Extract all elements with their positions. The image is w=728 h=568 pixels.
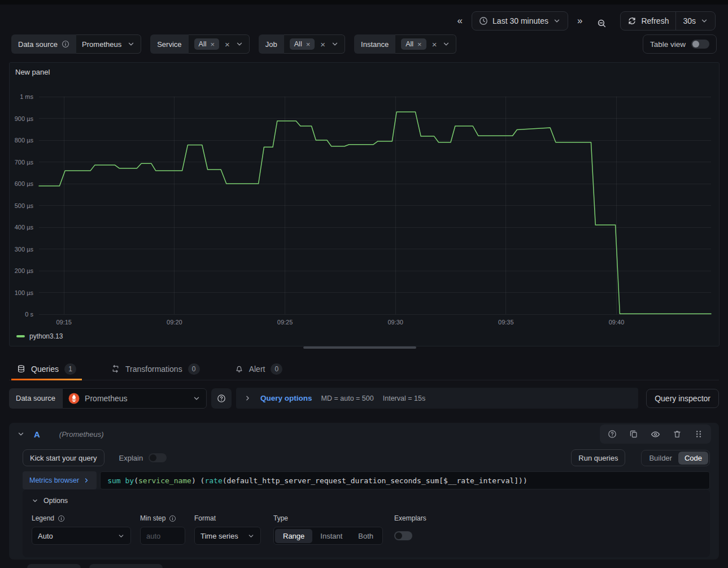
panel-preview: New panel 0 s100 µs200 µs300 µs400 µs500…: [9, 62, 720, 346]
svg-text:400 µs: 400 µs: [15, 224, 34, 231]
help-icon[interactable]: [608, 430, 617, 439]
explain-toggle[interactable]: [149, 453, 167, 462]
chevron-down-icon: [117, 532, 125, 540]
tab-count-badge: 0: [271, 363, 282, 375]
options-collapse-header[interactable]: Options: [32, 497, 701, 505]
promql-expression-input[interactable]: sum by(service_name) (rate(default_http_…: [100, 471, 710, 489]
promql-paren: ) (: [191, 476, 204, 485]
tab-count-badge: 0: [188, 363, 200, 375]
tab-label: Queries: [31, 365, 59, 374]
table-view-toggle[interactable]: [691, 40, 709, 49]
type-option-both[interactable]: Both: [350, 529, 381, 543]
promql-metric: (default_http_server_request_duration_se…: [223, 476, 528, 485]
tab-alert[interactable]: Alert 0: [229, 358, 289, 380]
filter-chip[interactable]: All×: [194, 38, 220, 50]
service-filter-value[interactable]: All× ×: [189, 34, 250, 54]
legend-select[interactable]: Auto: [32, 527, 131, 545]
promql-editor-row: Metrics browser sum by(service_name) (ra…: [23, 471, 710, 489]
max-data-points-summary: MD = auto = 500: [321, 394, 374, 402]
query-ref-id[interactable]: A: [34, 430, 40, 439]
chevron-down-icon: [700, 17, 708, 25]
service-filter: Service All× ×: [150, 34, 250, 54]
remove-value-icon[interactable]: ×: [417, 41, 422, 48]
query-options-section: Options Legend Auto Min step: [23, 489, 710, 557]
type-option-instant[interactable]: Instant: [312, 529, 350, 543]
job-filter-value[interactable]: All× ×: [284, 34, 345, 54]
options-fields: Legend Auto Min step Form: [32, 514, 701, 545]
svg-text:09:20: 09:20: [167, 319, 182, 326]
query-toolbar: Kick start your query Explain Run querie…: [23, 449, 710, 467]
refresh-button[interactable]: Refresh: [621, 12, 675, 30]
format-select[interactable]: Time series: [194, 527, 261, 545]
svg-text:600 µs: 600 µs: [15, 180, 34, 187]
datasource-variable-value[interactable]: Prometheus: [76, 34, 141, 54]
eye-icon[interactable]: [651, 430, 660, 439]
min-step-field: Min step: [140, 514, 185, 545]
builder-mode-option[interactable]: Builder: [643, 452, 678, 465]
chevron-down-icon[interactable]: [17, 430, 25, 438]
explain-label: Explain: [119, 454, 143, 462]
time-controls: « Last 30 minutes » Refresh 30s: [452, 11, 716, 31]
datasource-variable-label: Data source: [11, 34, 76, 54]
chevron-down-icon: [442, 40, 450, 48]
type-option-range[interactable]: Range: [275, 529, 312, 543]
tab-label: Alert: [249, 365, 265, 374]
duplicate-icon[interactable]: [629, 430, 638, 439]
datasource-select-value: Prometheus: [85, 394, 188, 403]
exemplars-toggle[interactable]: [394, 531, 412, 540]
datasource-select[interactable]: Prometheus: [62, 388, 207, 409]
instance-filter-value[interactable]: All× ×: [395, 34, 456, 54]
remove-value-icon[interactable]: ×: [210, 41, 215, 48]
refresh-interval-value: 30s: [683, 16, 696, 25]
zoom-out-time-button[interactable]: [591, 14, 612, 28]
legend-field-label: Legend: [32, 514, 131, 522]
query-inspector-button[interactable]: Query inspector: [646, 389, 719, 408]
format-select-value: Time series: [200, 532, 238, 540]
info-icon: [169, 515, 176, 522]
run-queries-button[interactable]: Run queries: [571, 449, 625, 466]
kick-start-query-button[interactable]: Kick start your query: [23, 449, 104, 466]
time-shift-back-button[interactable]: «: [452, 11, 468, 31]
clear-all-icon[interactable]: ×: [225, 40, 230, 49]
remove-value-icon[interactable]: ×: [306, 41, 311, 48]
type-field-label: Type: [273, 514, 383, 522]
drag-handle-icon[interactable]: [694, 430, 703, 439]
instance-filter-label: Instance: [354, 34, 395, 54]
clear-all-icon[interactable]: ×: [432, 40, 437, 49]
clear-all-icon[interactable]: ×: [320, 40, 325, 49]
chevron-down-icon: [331, 40, 339, 48]
legend-select-value: Auto: [38, 532, 53, 540]
legend-field: Legend Auto: [32, 514, 131, 545]
question-circle-icon: [217, 394, 226, 403]
datasource-help-button[interactable]: [211, 388, 232, 409]
query-row-header[interactable]: A (Prometheus): [9, 423, 719, 445]
tab-queries[interactable]: Queries 1: [11, 358, 82, 380]
add-expression-button[interactable]: [89, 564, 163, 568]
promql-function: rate: [204, 476, 222, 485]
grafana-panel-editor: « Last 30 minutes » Refresh 30s: [0, 0, 728, 568]
timeseries-chart[interactable]: 0 s100 µs200 µs300 µs400 µs500 µs600 µs7…: [10, 63, 716, 328]
table-view-label: Table view: [650, 40, 686, 49]
svg-text:500 µs: 500 µs: [15, 202, 34, 209]
code-mode-option[interactable]: Code: [678, 452, 708, 465]
tab-transformations[interactable]: Transformations 0: [106, 358, 206, 380]
double-chevron-right-icon: »: [577, 15, 582, 26]
metrics-browser-button[interactable]: Metrics browser: [23, 471, 97, 489]
svg-text:09:15: 09:15: [56, 319, 72, 326]
database-icon: [17, 365, 25, 373]
pane-splitter-handle[interactable]: [303, 346, 416, 349]
add-query-button[interactable]: [27, 564, 81, 568]
query-options-collapsible[interactable]: Query options MD = auto = 500 Interval =…: [236, 388, 638, 409]
svg-text:09:40: 09:40: [609, 319, 625, 326]
query-toolbar-right: Run queries Builder Code: [571, 449, 710, 466]
format-field: Format Time series: [194, 514, 261, 545]
time-range-button[interactable]: Last 30 minutes: [472, 12, 568, 30]
filter-chip[interactable]: All×: [290, 38, 315, 50]
trash-icon[interactable]: [673, 430, 682, 439]
filter-chip[interactable]: All×: [401, 38, 426, 50]
refresh-interval-button[interactable]: 30s: [676, 12, 715, 30]
legend-item-python313[interactable]: python3.13: [16, 332, 63, 340]
min-step-input[interactable]: [140, 527, 185, 545]
tab-label: Transformations: [125, 365, 182, 374]
time-shift-forward-button[interactable]: »: [572, 11, 588, 31]
